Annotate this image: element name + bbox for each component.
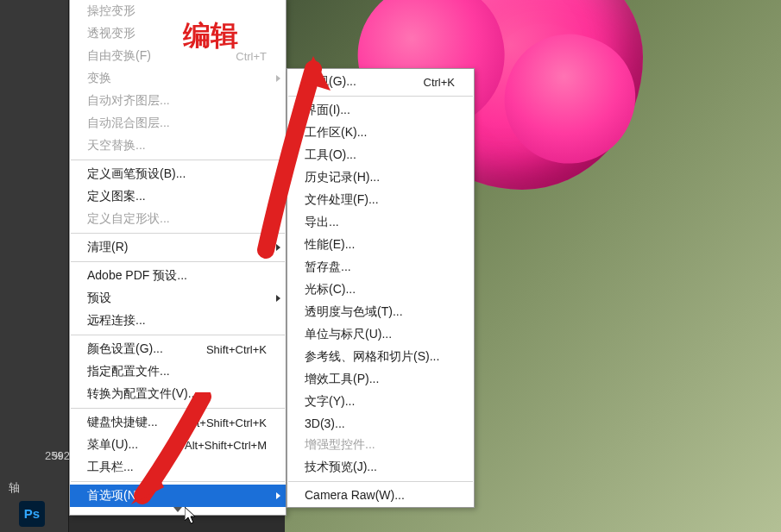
prefs-menu-item-10[interactable]: 光标(C)... [287,279,474,301]
edit-menu-item-23[interactable]: 菜单(U)...Alt+Shift+Ctrl+M [70,434,286,456]
menu-item-label: 单位与标尺(U)... [305,327,392,342]
edit-menu-item-24[interactable]: 工具栏... [70,456,286,479]
prefs-menu-item-20[interactable]: Camera Raw(W)... [287,485,474,505]
prefs-menu-item-6[interactable]: 文件处理(F)... [287,189,474,211]
menu-item-label: 增强型控件... [305,437,375,453]
edit-menu-item-2: 自由变换(F)Ctrl+T [70,45,286,67]
edit-menu-separator [71,233,285,234]
edit-menu-item-4: 自动对齐图层... [70,90,286,112]
edit-menu-item-9[interactable]: 定义图案... [70,185,286,208]
prefs-menu-item-17: 增强型控件... [287,434,474,456]
prefs-menu-item-2[interactable]: 界面(I)... [287,99,474,122]
prefs-menu-item-3[interactable]: 工作区(K)... [287,122,474,144]
edit-menu-item-19[interactable]: 指定配置文件... [70,360,286,383]
menu-item-shortcut: Ctrl+T [236,50,267,63]
menu-item-label: 变换 [87,71,111,86]
menu-item-label: 工作区(K)... [305,125,367,141]
menu-item-label: 工具栏... [87,460,134,475]
submenu-arrow-icon [276,492,280,499]
menu-item-label: 远程连接... [87,313,146,329]
prefs-menu-item-9[interactable]: 暂存盘... [287,256,474,279]
prefs-menu-item-0[interactable]: 常规(G)...Ctrl+K [287,71,474,93]
prefs-menu-separator [288,96,473,97]
submenu-arrow-icon [276,75,280,82]
menu-item-label: 天空替换... [87,138,146,153]
edit-menu-item-22[interactable]: 键盘快捷键...Alt+Shift+Ctrl+K [70,411,286,434]
edit-menu-item-0: 操控变形 [70,0,286,22]
menu-item-label: 技术预览(J)... [305,460,377,475]
edit-menu-separator [71,481,285,482]
edit-menu-item-1: 透视变形 [70,22,286,45]
menu-item-label: 首选项(N) [87,488,140,504]
menu-item-label: 菜单(U)... [87,437,138,453]
edit-menu-item-16[interactable]: 远程连接... [70,310,286,332]
prefs-menu-item-15[interactable]: 文字(Y)... [287,391,474,413]
edit-menu-item-14[interactable]: Adobe PDF 预设... [70,265,286,287]
menu-item-label: 转换为配置文件(V)... [87,386,198,402]
prefs-menu-item-16[interactable]: 3D(3)... [287,413,474,434]
annotation-label: 编辑 [183,17,238,55]
menu-overflow-down-icon[interactable] [70,507,286,513]
menu-item-label: 工具(O)... [305,147,356,163]
menu-item-label: Adobe PDF 预设... [87,268,187,284]
prefs-menu-item-13[interactable]: 参考线、网格和切片(S)... [287,346,474,368]
edit-menu-item-5: 自动混合图层... [70,112,286,135]
left-panel: % 2592 轴 [0,0,69,532]
cursor-pointer-icon [185,507,197,524]
menu-item-label: 预设 [87,291,111,306]
prefs-menu-item-11[interactable]: 透明度与色域(T)... [287,301,474,323]
menu-item-label: 颜色设置(G)... [87,341,163,357]
menu-item-label: 光标(C)... [305,282,356,297]
menu-item-label: 常规(G)... [305,74,356,90]
edit-menu-item-15[interactable]: 预设 [70,287,286,310]
menu-item-label: Camera Raw(W)... [305,488,405,502]
prefs-menu-item-4[interactable]: 工具(O)... [287,144,474,166]
menu-item-shortcut: Shift+Ctrl+K [206,343,267,356]
preferences-submenu: 常规(G)...Ctrl+K界面(I)...工作区(K)...工具(O)...历… [287,68,475,508]
edit-menu-item-8[interactable]: 定义画笔预设(B)... [70,163,286,185]
menu-item-label: 增效工具(P)... [305,372,379,387]
edit-menu-separator [71,261,285,262]
prefs-menu-item-7[interactable]: 导出... [287,211,474,234]
menu-item-label: 清理(R) [87,240,128,255]
menu-item-label: 历史记录(H)... [305,170,380,185]
menu-item-label: 暂存盘... [305,260,351,275]
prefs-menu-item-12[interactable]: 单位与标尺(U)... [287,323,474,346]
menu-item-label: 操控变形 [87,3,135,19]
edit-menu: 操控变形透视变形自由变换(F)Ctrl+T变换自动对齐图层...自动混合图层..… [69,0,287,516]
edit-menu-item-3: 变换 [70,67,286,90]
prefs-menu-separator [288,481,473,482]
menu-item-label: 透视变形 [87,26,135,41]
photoshop-icon[interactable]: Ps [19,501,45,527]
submenu-arrow-icon [276,295,280,302]
menu-item-label: 自动混合图层... [87,116,170,131]
prefs-menu-item-14[interactable]: 增效工具(P)... [287,368,474,391]
menu-item-label: 定义自定形状... [87,211,170,227]
menu-item-label: 定义画笔预设(B)... [87,166,186,182]
menu-item-shortcut: Ctrl+K [424,76,455,89]
edit-menu-item-26[interactable]: 首选项(N) [70,485,286,507]
menu-item-label: 性能(E)... [305,237,355,253]
menu-item-label: 自动对齐图层... [87,93,170,109]
edit-menu-item-6: 天空替换... [70,135,286,157]
edit-menu-item-12[interactable]: 清理(R) [70,236,286,259]
edit-menu-item-20[interactable]: 转换为配置文件(V)... [70,383,286,405]
edit-menu-item-10: 定义自定形状... [70,208,286,230]
axis-label: 轴 [0,479,68,498]
menu-item-label: 透明度与色域(T)... [305,304,403,320]
menu-item-label: 键盘快捷键... [87,415,158,430]
menu-item-label: 文字(Y)... [305,394,355,410]
menu-item-label: 界面(I)... [305,103,350,118]
menu-item-label: 参考线、网格和切片(S)... [305,349,439,365]
menu-item-label: 导出... [305,215,339,230]
menu-item-label: 3D(3)... [305,416,345,430]
prefs-menu-item-5[interactable]: 历史记录(H)... [287,166,474,189]
prefs-menu-item-18[interactable]: 技术预览(J)... [287,456,474,479]
menu-item-label: 自由变换(F) [87,48,151,64]
edit-menu-separator [71,408,285,409]
menu-item-label: 文件处理(F)... [305,192,379,208]
menu-item-shortcut: Alt+Shift+Ctrl+M [185,439,267,452]
prefs-menu-item-8[interactable]: 性能(E)... [287,234,474,256]
edit-menu-item-18[interactable]: 颜色设置(G)...Shift+Ctrl+K [70,338,286,360]
menu-item-label: 定义图案... [87,189,146,204]
